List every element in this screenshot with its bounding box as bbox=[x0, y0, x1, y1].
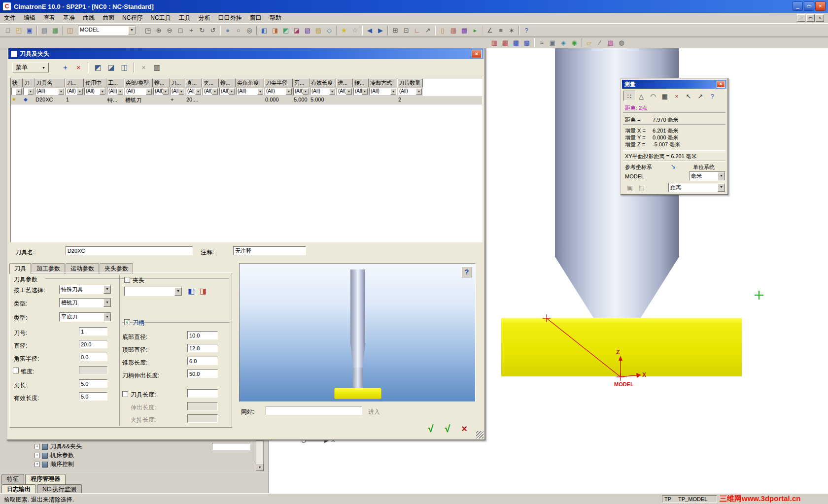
column-filter[interactable]: (All) ▼ bbox=[397, 87, 423, 96]
tree-item[interactable]: + 机床参数 bbox=[34, 451, 82, 460]
zoom-in-icon[interactable]: ⊕ bbox=[153, 26, 164, 35]
chevron-down-icon[interactable]: ▼ bbox=[718, 172, 725, 180]
menu-item[interactable]: NC工具 bbox=[146, 13, 174, 23]
view-bottom-icon[interactable]: ◪ bbox=[291, 26, 302, 35]
machine-sim-icon[interactable]: ▣ bbox=[547, 38, 558, 48]
next-view-icon[interactable]: ▶ bbox=[375, 26, 386, 35]
clipboard-icon[interactable]: ▯ bbox=[437, 26, 448, 35]
view-left-icon[interactable]: ▧ bbox=[302, 26, 313, 35]
measure-angle-icon[interactable]: △ bbox=[635, 91, 647, 101]
panel-tab[interactable]: 程序管理器 bbox=[25, 474, 66, 484]
scroll-down-icon[interactable]: ▼ bbox=[256, 464, 264, 471]
menu-item[interactable]: 分析 bbox=[195, 13, 214, 23]
chevron-down-icon[interactable]: ▼ bbox=[286, 88, 292, 95]
column-filter[interactable]: (All) ▼ bbox=[369, 87, 397, 96]
nc-process-icon[interactable]: ▥ bbox=[489, 38, 500, 48]
column-filter[interactable]: (All) ▼ bbox=[170, 87, 185, 96]
add-tool-icon[interactable]: + bbox=[59, 62, 72, 73]
deselect-icon[interactable]: × bbox=[671, 91, 683, 101]
apply-button[interactable]: √ bbox=[441, 423, 454, 435]
tool-list-icon[interactable]: ▦ bbox=[511, 38, 521, 48]
shank-checkbox[interactable]: √ bbox=[124, 319, 130, 325]
column-header[interactable]: 状 bbox=[11, 78, 23, 87]
column-filter[interactable]: (All) ▼ bbox=[202, 87, 219, 96]
menu-item[interactable]: 工具 bbox=[175, 13, 195, 23]
chevron-down-icon[interactable]: ▼ bbox=[117, 88, 123, 95]
settings-icon[interactable]: ◍ bbox=[616, 38, 627, 48]
chevron-down-icon[interactable]: ▼ bbox=[77, 88, 83, 95]
chevron-down-icon[interactable]: ▼ bbox=[104, 313, 111, 321]
measure-angle-icon[interactable]: ∠ bbox=[484, 26, 495, 35]
measure-dialog-titlebar[interactable]: 测量 × bbox=[622, 80, 726, 89]
grid-icon[interactable]: ⊞ bbox=[390, 26, 401, 35]
column-header[interactable]: 工... bbox=[106, 78, 124, 87]
column-filter[interactable]: (All) ▼ bbox=[310, 87, 336, 96]
chevron-down-icon[interactable]: ▼ bbox=[16, 88, 22, 95]
chevron-down-icon[interactable]: ▼ bbox=[362, 88, 368, 95]
wireframe-view-icon[interactable]: ○ bbox=[233, 26, 244, 35]
save-result-icon[interactable]: ▣ bbox=[624, 182, 636, 193]
screenshot-icon[interactable]: ▦ bbox=[50, 26, 61, 35]
save-icon[interactable]: ▣ bbox=[24, 26, 35, 35]
column-header[interactable]: 刀... bbox=[65, 78, 84, 87]
layers-icon[interactable]: ▩ bbox=[459, 26, 470, 35]
view-front-icon[interactable]: ◧ bbox=[259, 26, 270, 35]
markup-icon[interactable]: ▥ bbox=[448, 26, 459, 35]
point-coordinate-icon[interactable]: ∗ bbox=[506, 26, 517, 35]
redraw-icon[interactable]: ↺ bbox=[207, 26, 218, 35]
menu-item[interactable]: 查看 bbox=[39, 13, 59, 23]
color-palette-icon[interactable]: ▨ bbox=[605, 38, 616, 48]
zoom-fit-icon[interactable]: ◻ bbox=[175, 26, 186, 35]
preview-help-button[interactable]: ? bbox=[461, 267, 472, 277]
tip-type-select[interactable]: 平底刀 ▼ bbox=[59, 312, 111, 322]
menu-item[interactable]: 窗口 bbox=[246, 13, 266, 23]
menu-item[interactable]: NC程序 bbox=[118, 13, 146, 23]
column-header[interactable]: 尖部/类型 bbox=[124, 78, 153, 87]
chevron-down-icon[interactable]: ▼ bbox=[346, 88, 352, 95]
shank-param-input[interactable] bbox=[187, 370, 218, 378]
column-header[interactable]: 锥... bbox=[153, 78, 170, 87]
chevron-down-icon[interactable]: ▼ bbox=[104, 299, 111, 307]
light-icon[interactable]: ★ bbox=[339, 26, 349, 35]
menu-item[interactable]: 文件 bbox=[0, 13, 20, 23]
simulation-icon[interactable]: ▸ bbox=[470, 26, 481, 35]
zoom-out-icon[interactable]: ⊖ bbox=[164, 26, 175, 35]
dialog-menu-button[interactable]: 菜单 ▼ bbox=[12, 63, 49, 72]
chevron-down-icon[interactable]: ▼ bbox=[178, 88, 184, 95]
column-filter[interactable]: (All) ▼ bbox=[106, 87, 124, 96]
chevron-down-icon[interactable]: ▼ bbox=[416, 88, 422, 95]
column-options-icon[interactable]: ▥ bbox=[150, 62, 164, 73]
dimension-icon[interactable]: ≡ bbox=[495, 26, 506, 35]
tool-length-checkbox[interactable] bbox=[122, 391, 128, 397]
dialog-tab[interactable]: 刀具 bbox=[9, 263, 31, 274]
tech-select[interactable]: 特殊刀具 ▼ bbox=[59, 285, 111, 294]
column-header[interactable]: 有效长度 bbox=[310, 78, 336, 87]
previous-view-icon[interactable]: ◀ bbox=[364, 26, 375, 35]
menu-item[interactable]: 编辑 bbox=[20, 13, 39, 23]
load-tool-library-icon[interactable]: ◩ bbox=[91, 62, 104, 73]
website-input[interactable] bbox=[266, 406, 362, 415]
table-row[interactable]: ★◆D20XC1特...槽铣刀+20....0.0005.0005.0002 bbox=[11, 96, 482, 104]
chevron-down-icon[interactable]: ▼ bbox=[195, 88, 201, 95]
measure-help-icon[interactable]: ? bbox=[706, 91, 718, 101]
template-icon[interactable]: ▱ bbox=[584, 38, 594, 48]
shank-param-input[interactable] bbox=[187, 357, 218, 365]
chevron-down-icon[interactable]: ▼ bbox=[303, 88, 309, 95]
minimize-button[interactable]: _ bbox=[793, 1, 803, 11]
cancel-button[interactable]: × bbox=[457, 423, 471, 435]
taper-checkbox[interactable] bbox=[13, 368, 19, 373]
flute-length-input[interactable] bbox=[79, 379, 107, 388]
column-filter[interactable]: ▼ bbox=[11, 87, 23, 96]
column-header[interactable]: 冷却方式 bbox=[369, 78, 397, 87]
corner-radius-input[interactable] bbox=[79, 353, 107, 361]
zoom-window-icon[interactable]: ◳ bbox=[142, 26, 153, 35]
column-filter[interactable]: (All) ▼ bbox=[353, 87, 369, 96]
ok-button[interactable]: √ bbox=[424, 423, 438, 435]
tree-value-field[interactable] bbox=[212, 443, 250, 450]
tree-scrollbar[interactable]: ▼ bbox=[256, 440, 264, 471]
print-result-icon[interactable]: ▤ bbox=[636, 182, 648, 193]
expand-icon[interactable]: + bbox=[34, 453, 40, 458]
shaded-view-icon[interactable]: ● bbox=[222, 26, 233, 35]
column-header[interactable]: 刀... bbox=[170, 78, 185, 87]
model-filter-icon[interactable]: ◫ bbox=[65, 26, 75, 35]
